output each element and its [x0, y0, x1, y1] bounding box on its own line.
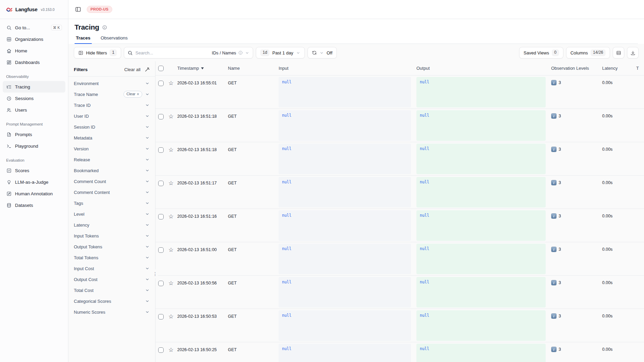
- column-header-output[interactable]: Output: [416, 66, 551, 71]
- tab-observations[interactable]: Observations: [100, 35, 129, 44]
- cell-input[interactable]: null: [279, 110, 411, 141]
- filter-accordion-row[interactable]: Environment: [74, 78, 150, 89]
- table-row[interactable]: ☆ 2026-02-13 16:50:56 GET null null i 3 …: [155, 275, 644, 309]
- export-button[interactable]: [627, 47, 639, 59]
- cell-output[interactable]: null: [416, 244, 546, 274]
- column-header-latency[interactable]: Latency: [602, 66, 636, 71]
- filter-accordion-row[interactable]: Comment Content: [74, 187, 150, 198]
- filter-accordion-row[interactable]: Trace Name Clear: [74, 89, 150, 100]
- row-checkbox[interactable]: [158, 114, 164, 119]
- table-row[interactable]: ☆ 2026-02-13 16:51:00 GET null null i 3 …: [155, 242, 644, 275]
- filter-accordion-row[interactable]: Version: [74, 143, 150, 154]
- row-checkbox[interactable]: [158, 81, 164, 86]
- bookmark-star-icon[interactable]: ☆: [168, 314, 177, 319]
- table-row[interactable]: ☆ 2026-02-13 16:51:18 GET null null i 3 …: [155, 109, 644, 142]
- row-checkbox[interactable]: [158, 281, 164, 286]
- filter-accordion-row[interactable]: Input Tokens: [74, 230, 150, 241]
- sidebar-toggle-button[interactable]: [74, 5, 82, 14]
- cell-input[interactable]: null: [279, 210, 411, 241]
- sidebar-item-playground[interactable]: Playground: [3, 140, 65, 152]
- filter-accordion-row[interactable]: Total Tokens: [74, 252, 150, 263]
- column-header-input[interactable]: Input: [279, 66, 416, 71]
- sidebar-item-sessions[interactable]: Sessions: [3, 93, 65, 104]
- filter-clear-pill[interactable]: Clear: [123, 91, 142, 98]
- search-mode-selector[interactable]: IDs / Names: [212, 50, 250, 55]
- column-header-observation-levels[interactable]: Observation Levels: [551, 66, 602, 71]
- bookmark-star-icon[interactable]: ☆: [168, 114, 177, 119]
- cell-input[interactable]: null: [279, 310, 411, 341]
- filter-accordion-row[interactable]: Numeric Scores: [74, 307, 150, 317]
- cell-output[interactable]: null: [416, 277, 546, 308]
- filter-accordion-row[interactable]: Trace ID: [74, 100, 150, 111]
- table-row[interactable]: ☆ 2026-02-13 16:55:01 GET null null i 3 …: [155, 75, 644, 109]
- cell-input[interactable]: null: [279, 277, 411, 308]
- table-row[interactable]: ☆ 2026-02-13 16:51:18 GET null null i 3 …: [155, 142, 644, 175]
- filter-accordion-row[interactable]: Latency: [74, 219, 150, 230]
- cell-input[interactable]: null: [279, 244, 411, 274]
- filter-accordion-row[interactable]: Session ID: [74, 121, 150, 132]
- filter-accordion-row[interactable]: Tags: [74, 198, 150, 209]
- wand-icon[interactable]: [145, 67, 150, 72]
- filter-accordion-row[interactable]: Metadata: [74, 132, 150, 143]
- sidebar-item-users[interactable]: Users: [3, 104, 65, 116]
- row-checkbox[interactable]: [158, 347, 164, 353]
- cell-output[interactable]: null: [416, 344, 546, 362]
- cell-output[interactable]: null: [416, 177, 546, 208]
- info-icon[interactable]: [102, 25, 107, 30]
- bookmark-star-icon[interactable]: ☆: [168, 214, 177, 219]
- filter-accordion-row[interactable]: Output Cost: [74, 274, 150, 285]
- row-height-button[interactable]: [613, 47, 624, 59]
- panel-resize-handle[interactable]: ⋮: [152, 269, 158, 278]
- tab-traces[interactable]: Traces: [75, 35, 91, 44]
- table-row[interactable]: ☆ 2026-02-13 16:50:25 GET null null i 3 …: [155, 342, 644, 362]
- bookmark-star-icon[interactable]: ☆: [168, 247, 177, 253]
- sidebar-item-goto[interactable]: Go to... ⌘ K: [3, 22, 65, 33]
- table-row[interactable]: ☆ 2026-02-13 16:51:16 GET null null i 3 …: [155, 209, 644, 242]
- cell-input[interactable]: null: [279, 344, 411, 362]
- bookmark-star-icon[interactable]: ☆: [168, 80, 177, 86]
- bookmark-star-icon[interactable]: ☆: [168, 280, 177, 286]
- column-header-partial[interactable]: T: [636, 66, 644, 71]
- filter-accordion-row[interactable]: Release: [74, 154, 150, 165]
- table-row[interactable]: ☆ 2026-02-13 16:51:17 GET null null i 3 …: [155, 175, 644, 209]
- sidebar-item-llm-judge[interactable]: LLM-as-a-Judge: [3, 176, 65, 188]
- cell-input[interactable]: null: [279, 77, 411, 108]
- refresh-button[interactable]: Off: [308, 47, 337, 59]
- filter-accordion-row[interactable]: Input Cost: [74, 263, 150, 274]
- column-header-timestamp[interactable]: Timestamp: [177, 66, 228, 71]
- filter-accordion-row[interactable]: Total Cost: [74, 285, 150, 296]
- sidebar-item-tracing[interactable]: Tracing: [3, 81, 65, 93]
- cell-input[interactable]: null: [279, 144, 411, 174]
- cell-input[interactable]: null: [279, 177, 411, 208]
- filter-accordion-row[interactable]: Categorical Scores: [74, 296, 150, 307]
- sidebar-item-home[interactable]: Home: [3, 45, 65, 56]
- cell-output[interactable]: null: [416, 110, 546, 141]
- columns-button[interactable]: Columns 14/26: [566, 47, 610, 59]
- table-row[interactable]: ☆ 2026-02-13 16:50:53 GET null null i 3 …: [155, 309, 644, 342]
- column-header-name[interactable]: Name: [228, 66, 279, 71]
- search-input[interactable]: [135, 50, 209, 55]
- row-checkbox[interactable]: [158, 214, 164, 219]
- bookmark-star-icon[interactable]: ☆: [168, 347, 177, 353]
- hide-filters-button[interactable]: Hide filters 1: [74, 47, 121, 59]
- clear-all-filters-button[interactable]: Clear all: [124, 67, 141, 72]
- row-checkbox[interactable]: [158, 247, 164, 253]
- sidebar-item-datasets[interactable]: Datasets: [3, 199, 65, 211]
- cell-output[interactable]: null: [416, 144, 546, 174]
- cell-output[interactable]: null: [416, 77, 546, 108]
- filter-accordion-row[interactable]: Bookmarked: [74, 165, 150, 176]
- saved-views-button[interactable]: Saved Views 0: [519, 47, 563, 59]
- sidebar-item-scores[interactable]: Scores: [3, 165, 65, 176]
- sidebar-item-prompts[interactable]: Prompts: [3, 129, 65, 140]
- bookmark-star-icon[interactable]: ☆: [168, 180, 177, 186]
- time-range-button[interactable]: 1d Past 1 day: [256, 47, 305, 59]
- bookmark-star-icon[interactable]: ☆: [168, 147, 177, 153]
- sidebar-item-human-annotation[interactable]: Human Annotation: [3, 188, 65, 199]
- filter-accordion-row[interactable]: User ID: [74, 111, 150, 121]
- cell-output[interactable]: null: [416, 310, 546, 341]
- cell-output[interactable]: null: [416, 210, 546, 241]
- row-checkbox[interactable]: [158, 181, 164, 186]
- filter-accordion-row[interactable]: Comment Count: [74, 176, 150, 187]
- select-all-checkbox[interactable]: [158, 66, 164, 71]
- filter-accordion-row[interactable]: Output Tokens: [74, 241, 150, 252]
